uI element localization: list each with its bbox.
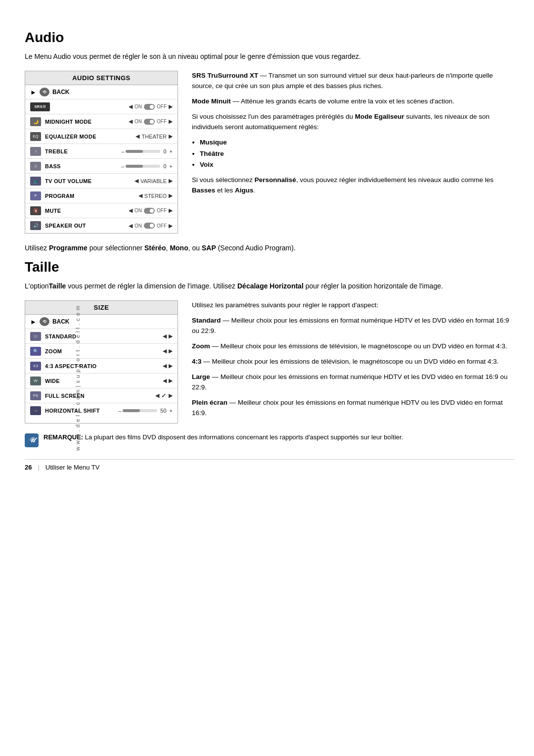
et-text: et les [215, 187, 235, 194]
menu-row-tvout[interactable]: 📺 TV OUT VOLUME ◀ VARIABLE ▶ [25, 174, 178, 189]
decalage-bold: Décalage Horizontal [237, 282, 304, 290]
fullscreen-control: ◀ ✓ ▶ [155, 392, 173, 399]
menu-row-midnight[interactable]: 🌙 MIDNIGHT MODE ◀ ON OFF ▶ [25, 114, 178, 129]
midnight-label: MIDNIGHT MODE [45, 119, 129, 125]
wide-icon: W [30, 377, 41, 385]
note-content: La plupart des films DVD disposent des i… [85, 433, 403, 441]
menu-row-equalizer[interactable]: EQ EQUALIZER MODE ◀ THEATER ▶ [25, 129, 178, 144]
midnight-arrow-left: ◀ [129, 118, 133, 125]
program-label: PROGRAM [45, 193, 138, 199]
plein-description: Plein écran — Meilleur choix pour les ém… [192, 398, 514, 419]
bass-minus: – [121, 163, 124, 169]
mute-toggle[interactable] [144, 208, 155, 214]
size-menu-title: SIZE [25, 301, 178, 315]
menu-row-speaker[interactable]: 🔊 SPEAKER OUT ◀ ON OFF ▶ [25, 218, 178, 233]
midnight-description: Mode Minuit — Atténue les grands écarts … [192, 96, 514, 107]
note-icon: 𝒰 [25, 433, 39, 447]
fullscreen-label: FULL SCREEN [45, 393, 155, 399]
pers-bold: Personnalisé [255, 176, 296, 184]
srs-arrow-left: ◀ [129, 103, 133, 110]
menu-row-treble[interactable]: ♪ TREBLE – 0 + [25, 144, 178, 159]
plein-desc-text: — Meilleur choix pour les émissions en f… [192, 399, 503, 417]
note-box: 𝒰 REMARQUE: La plupart des films DVD dis… [25, 432, 514, 447]
fs-arrow-left: ◀ [155, 392, 159, 399]
midnight-control: ◀ ON OFF ▶ [129, 118, 173, 125]
menu-row-fullscreen[interactable]: FS FULL SCREEN ◀ ✓ ▶ [25, 388, 178, 403]
treble-control: – 0 + [121, 148, 173, 154]
std-arrow-right: ▶ [169, 333, 173, 339]
equalizer-icon: EQ [30, 132, 41, 141]
menu-row-zoom[interactable]: 🔍 ZOOM ◀ ▶ [25, 344, 178, 359]
tvout-label: TV OUT VOLUME [45, 178, 134, 184]
zoom-desc-text: — Meilleur choix pour les émissions de t… [212, 342, 507, 350]
menu-row-bass[interactable]: ♫ BASS – 0 + [25, 159, 178, 174]
program-control: ◀ STEREO ▶ [138, 192, 173, 199]
aspect43-arrow-left: ◀ [163, 363, 167, 369]
aigus-end: . [254, 187, 256, 194]
basses-bold: Basses [192, 187, 215, 194]
large-desc-text: — Meilleur choix pour les émissions en f… [192, 373, 508, 391]
pers-desc: , vous pouvez régler individuellement le… [296, 176, 493, 184]
menu-row-srs[interactable]: SRS⊙ ◀ ON OFF ▶ [25, 99, 178, 114]
bass-value: 0 [163, 163, 166, 169]
bullet-musique: Musique [200, 138, 514, 148]
bass-plus: + [170, 163, 173, 169]
aspect43-control: ◀ ▶ [163, 363, 173, 369]
menu-row-program[interactable]: P PROGRAM ◀ STEREO ▶ [25, 189, 178, 203]
midnight-toggle[interactable] [144, 119, 155, 125]
menu-row-standard[interactable]: ▭ STANDARD ◀ ▶ [25, 329, 178, 344]
taille-intro2: vous permet de régler la dimension de l'… [66, 282, 237, 290]
aspect43-label: 4:3 ASPECT RATIO [45, 363, 163, 369]
srs-control: ◀ ON OFF ▶ [129, 103, 173, 110]
mute-arrow-right: ▶ [169, 207, 173, 214]
footer-page-number: 26 [25, 464, 32, 471]
plein-title: Plein écran [192, 399, 227, 406]
treble-slider[interactable] [126, 150, 160, 153]
menu-row-mute[interactable]: 🔇 MUTE ◀ ON OFF ▶ [25, 203, 178, 218]
tvout-value: VARIABLE [140, 178, 167, 184]
standard-label: STANDARD [45, 333, 163, 339]
size-menu-box: SIZE ► ⟲ BACK ▭ STANDARD ◀ ▶ 🔍 ZOOM [25, 300, 178, 423]
wide-arrow-right: ▶ [169, 378, 173, 384]
standard-icon: ▭ [30, 332, 41, 341]
menu-row-wide[interactable]: W WIDE ◀ ▶ [25, 374, 178, 388]
srs-toggle[interactable] [144, 104, 155, 110]
menu-row-aspect43[interactable]: 4:3 4:3 ASPECT RATIO ◀ ▶ [25, 359, 178, 374]
menu-row-hshift[interactable]: ↔ HORIZONTAL SHIFT – 50 + [25, 403, 178, 418]
taille-two-col: SIZE ► ⟲ BACK ▭ STANDARD ◀ ▶ 🔍 ZOOM [25, 300, 514, 423]
size-back-pointer: ► [30, 318, 37, 326]
wide-arrow-left: ◀ [163, 378, 167, 384]
prog-stereo: Stéréo [144, 244, 166, 252]
equalizer-control: ◀ THEATER ▶ [135, 133, 173, 140]
fs-arrow-right: ▶ [169, 392, 173, 399]
prog-mid: pour sélectionner [88, 244, 144, 252]
bass-label: BASS [45, 163, 121, 169]
taille-bold: Taille [49, 282, 66, 290]
bass-icon: ♫ [30, 162, 41, 171]
bass-slider[interactable] [126, 165, 160, 168]
zoom-control: ◀ ▶ [163, 348, 173, 354]
sidebar-text: w w w . d e l l . c o m | s u p p o r t … [75, 305, 81, 451]
large-description: Large — Meilleur choix pour les émission… [192, 372, 514, 393]
program-arrow-left: ◀ [138, 192, 142, 199]
mute-label: MUTE [45, 208, 129, 214]
tvout-arrow-left: ◀ [134, 178, 138, 184]
speaker-toggle[interactable] [144, 223, 155, 229]
audio-intro: Le Menu Audio vous permet de régler le s… [25, 51, 514, 62]
treble-value: 0 [163, 148, 166, 154]
audio-back-row[interactable]: ► ⟲ BACK [25, 85, 178, 99]
aspect43-icon: 4:3 [30, 362, 41, 371]
treble-icon: ♪ [30, 147, 41, 156]
prog-bold: Programme [49, 244, 88, 252]
taille-right-intro: Utilisez les paramètres suivants pour ré… [192, 300, 514, 311]
treble-plus: + [170, 148, 173, 154]
hshift-slider[interactable] [123, 409, 157, 412]
midnight-title: Mode Minuit [192, 97, 231, 105]
eq-bold: Mode Egaliseur [355, 113, 404, 120]
footer-separator: | [38, 464, 39, 471]
srs-off: OFF [157, 104, 167, 109]
size-back-label: BACK [52, 318, 70, 325]
size-back-row[interactable]: ► ⟲ BACK [25, 315, 178, 329]
fs-check: ✓ [161, 392, 167, 399]
size-back-icon: ⟲ [40, 317, 49, 326]
